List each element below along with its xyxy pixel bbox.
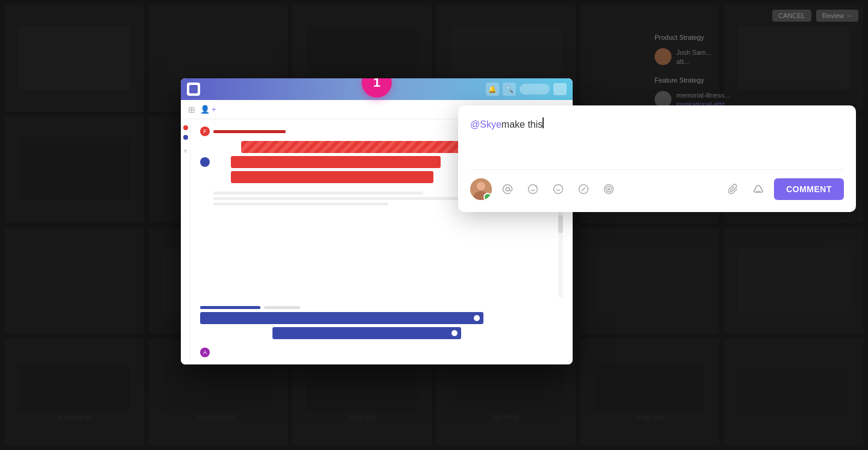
gantt-bar-red-2	[231, 156, 441, 168]
task-header-bar	[213, 130, 286, 133]
header-square	[553, 83, 567, 95]
gantt-bar-red-1	[241, 141, 472, 153]
add-task-button[interactable]: 👤 +	[200, 105, 216, 114]
drive-icon	[753, 184, 764, 195]
app-logo-inner	[189, 85, 198, 93]
at-icon	[502, 184, 513, 195]
svg-point-11	[554, 185, 563, 194]
review-text: Review →	[816, 10, 858, 22]
search-icon-header[interactable]: 🔍	[503, 83, 516, 96]
right-section-product-strategy: Product Strategy	[655, 34, 858, 41]
task-avatar-blue	[200, 157, 210, 167]
target-icon	[603, 184, 614, 195]
sidebar-dot-blue	[183, 135, 188, 140]
bottom-row: A	[200, 348, 563, 357]
comment-text: make this	[502, 117, 542, 132]
blue-header-row	[200, 306, 563, 309]
comment-mention: @Skye	[470, 117, 502, 132]
bell-icon[interactable]: 🔔	[486, 83, 499, 96]
emoji-icon	[553, 184, 564, 195]
task-avatar-red: F	[200, 127, 210, 136]
comment-toolbar: COMMENT	[470, 169, 844, 200]
scroll-thumb	[558, 215, 563, 233]
gantt-bar-red-3	[231, 171, 433, 183]
blue-gantt-bar-1	[200, 312, 483, 324]
svg-point-4	[486, 194, 489, 198]
text-cursor	[542, 117, 544, 128]
attachment-button[interactable]	[723, 180, 743, 199]
sidebar-dot-red	[183, 125, 188, 130]
slash-command-button[interactable]	[574, 180, 593, 199]
blue-gantt-bar-2	[272, 327, 461, 339]
sidebar-plus[interactable]: +	[183, 147, 187, 155]
grid-icon: ⊞	[188, 105, 195, 114]
person-icon: 👤	[200, 105, 210, 114]
blue-header-bar-light	[264, 306, 300, 309]
slash-icon	[578, 184, 589, 195]
middle-area	[200, 209, 563, 298]
comment-submit-button[interactable]: COMMENT	[774, 178, 844, 200]
cancel-text: CANCEL	[772, 10, 811, 22]
svg-point-3	[484, 193, 490, 199]
commenter-avatar	[470, 178, 492, 200]
thin-bar-1	[213, 192, 423, 195]
right-top-bar: CANCEL Review →	[655, 10, 858, 22]
target-button[interactable]	[599, 180, 618, 199]
scroll-track	[558, 209, 563, 298]
at-mention-button[interactable]	[498, 180, 517, 199]
comment-input-area[interactable]: @Skye make this	[470, 117, 844, 160]
right-section-feature-strategy: Feature Strategy	[655, 77, 858, 84]
avatar-svg	[470, 178, 492, 200]
svg-point-18	[608, 189, 610, 190]
blue-header-bar	[200, 306, 260, 309]
emoji-button[interactable]	[549, 180, 568, 199]
plus-icon: +	[212, 105, 216, 114]
svg-point-1	[477, 182, 485, 190]
app-sidebar: +	[181, 119, 190, 364]
header-pill	[520, 84, 550, 95]
bottom-avatar: A	[200, 348, 210, 357]
right-sidebar: CANCEL Review → Product Strategy Josh Sa…	[645, 0, 868, 450]
paperclip-icon	[728, 184, 738, 195]
smile-plus-icon	[527, 184, 538, 195]
reaction-add-button[interactable]	[523, 180, 542, 199]
comment-panel: @Skye make this	[458, 105, 856, 212]
svg-point-17	[606, 187, 612, 192]
right-comment-1: Josh Sam...att...	[655, 48, 858, 67]
thin-bar-3	[213, 202, 388, 205]
drive-button[interactable]	[749, 180, 768, 199]
svg-point-5	[506, 187, 509, 191]
svg-line-15	[582, 187, 585, 191]
thin-bar-2	[213, 197, 493, 200]
app-logo	[187, 83, 200, 96]
header-icons: 🔔 🔍	[486, 83, 567, 96]
blue-gantt-section	[200, 306, 563, 339]
